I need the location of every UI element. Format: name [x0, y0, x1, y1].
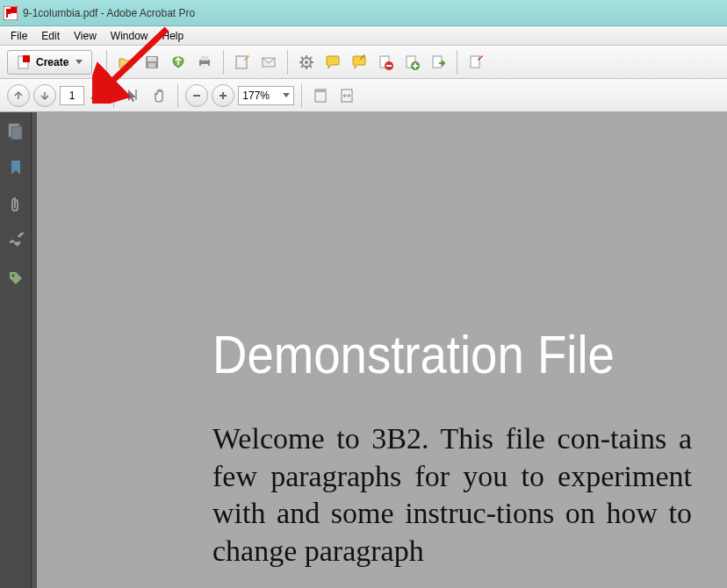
save-button[interactable] — [140, 51, 163, 74]
main-toolbar: Create — [0, 46, 727, 79]
settings-button[interactable] — [295, 51, 318, 74]
edit-text-button[interactable] — [231, 51, 254, 74]
page-number-input[interactable] — [60, 86, 84, 105]
create-button[interactable]: Create — [7, 50, 92, 75]
share-button[interactable] — [167, 51, 190, 74]
hand-tool-button[interactable] — [148, 84, 170, 107]
separator — [223, 50, 224, 75]
svg-rect-30 — [471, 56, 479, 68]
workspace: Demonstration File Welcome to 3B2. This … — [0, 112, 727, 588]
fit-page-button[interactable] — [309, 84, 332, 107]
svg-point-13 — [305, 61, 308, 64]
svg-rect-5 — [148, 57, 156, 61]
separator — [113, 83, 114, 108]
svg-rect-6 — [148, 63, 155, 68]
svg-rect-3 — [23, 55, 30, 62]
pdf-icon — [17, 55, 31, 69]
svg-rect-39 — [11, 126, 22, 140]
svg-rect-1 — [11, 7, 17, 13]
bookmarks-icon[interactable] — [6, 158, 25, 177]
zoom-in-button[interactable] — [212, 84, 234, 107]
menu-help[interactable]: Help — [155, 28, 191, 44]
extract-page-button[interactable] — [427, 51, 450, 74]
separator — [287, 50, 288, 75]
svg-rect-8 — [201, 56, 208, 61]
document-heading: Demonstration File — [212, 323, 634, 385]
svg-line-21 — [310, 57, 312, 59]
title-bar: 9-1columbia.pdf - Adobe Acrobat Pro — [0, 0, 727, 26]
svg-rect-28 — [414, 63, 416, 68]
fit-width-button[interactable] — [335, 84, 358, 107]
svg-rect-36 — [315, 90, 326, 92]
delete-page-button[interactable] — [374, 51, 397, 74]
separator — [457, 50, 457, 75]
menu-window[interactable]: Window — [104, 28, 155, 44]
comment-button[interactable] — [321, 51, 344, 74]
add-page-button[interactable] — [400, 51, 423, 74]
pdf-page: Demonstration File Welcome to 3B2. This … — [37, 112, 727, 588]
dropdown-icon — [283, 93, 290, 97]
nav-toolbar: / 5 177% — [0, 79, 727, 112]
svg-rect-29 — [433, 56, 442, 68]
next-page-button[interactable] — [33, 84, 56, 107]
menu-bar: File Edit View Window Help — [0, 26, 727, 46]
comment-edit-button[interactable] — [348, 51, 371, 74]
window-title: 9-1columbia.pdf - Adobe Acrobat Pro — [23, 7, 195, 19]
menu-edit[interactable]: Edit — [34, 28, 67, 44]
zoom-out-button[interactable] — [185, 84, 208, 107]
zoom-value: 177% — [242, 90, 270, 102]
navigation-pane — [0, 112, 32, 588]
menu-view[interactable]: View — [67, 28, 104, 44]
svg-line-20 — [301, 66, 303, 68]
separator — [301, 83, 302, 108]
thumbnails-icon[interactable] — [6, 121, 25, 140]
open-button[interactable] — [114, 51, 137, 74]
prev-page-button[interactable] — [7, 84, 30, 107]
zoom-level-select[interactable]: 177% — [238, 86, 294, 105]
email-button[interactable] — [257, 51, 280, 74]
document-body: Welcome to 3B2. This file con-tains a fe… — [212, 420, 692, 570]
tags-icon[interactable] — [6, 269, 25, 288]
menu-file[interactable]: File — [4, 28, 34, 44]
svg-line-19 — [310, 66, 312, 68]
svg-rect-24 — [386, 65, 392, 67]
sign-button[interactable] — [464, 51, 487, 74]
dropdown-icon — [76, 60, 83, 64]
print-button[interactable] — [193, 51, 216, 74]
create-label: Create — [36, 56, 68, 68]
attachments-icon[interactable] — [6, 195, 25, 214]
svg-rect-10 — [236, 56, 247, 68]
separator — [106, 50, 107, 75]
svg-rect-9 — [201, 64, 208, 68]
page-total: / 5 — [91, 90, 103, 102]
select-tool-button[interactable] — [121, 84, 144, 107]
document-area[interactable]: Demonstration File Welcome to 3B2. This … — [32, 112, 727, 588]
separator — [177, 83, 178, 108]
svg-line-18 — [301, 57, 303, 59]
svg-point-40 — [11, 275, 14, 277]
signatures-icon[interactable] — [6, 232, 25, 251]
app-icon — [4, 6, 18, 20]
